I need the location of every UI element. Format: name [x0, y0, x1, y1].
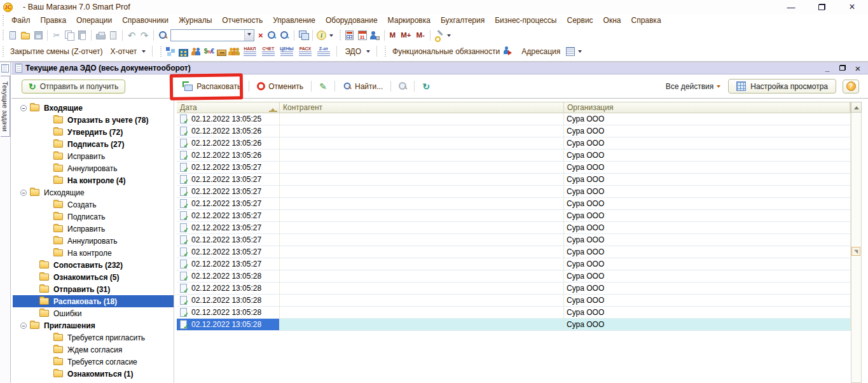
- tree-item[interactable]: Утвердить (72): [13, 126, 174, 138]
- table-row[interactable]: 02.12.2022 13:05:27 Сура ООО: [177, 162, 851, 174]
- menu-item[interactable]: Управление: [268, 15, 320, 26]
- tree-item[interactable]: Создать: [13, 198, 174, 211]
- print-preview-button[interactable]: [107, 29, 120, 41]
- find-button[interactable]: Найти...: [340, 80, 385, 92]
- window-restore-button[interactable]: [839, 64, 846, 73]
- document-shortcut-button[interactable]: НАКЛ: [241, 46, 258, 57]
- column-header-date[interactable]: Дата: [177, 102, 280, 113]
- toolbar-grip[interactable]: [338, 30, 342, 40]
- menu-item[interactable]: Отчетность: [217, 15, 268, 26]
- search-button[interactable]: [156, 29, 169, 41]
- close-button[interactable]: ×: [846, 1, 858, 13]
- paste-button[interactable]: [76, 29, 88, 41]
- memory-m-minus-button[interactable]: M-: [413, 31, 427, 39]
- close-shift-button[interactable]: Закрытие смены (Z-отчет): [6, 46, 106, 57]
- tree-item[interactable]: Входящие: [13, 102, 174, 114]
- memory-m-button[interactable]: M: [387, 31, 399, 39]
- menu-item[interactable]: Окна: [598, 15, 626, 26]
- tree-item[interactable]: Требуется согласие: [13, 356, 174, 368]
- table-row[interactable]: 02.12.2022 13:05:28 Сура ООО: [177, 319, 851, 331]
- menu-item[interactable]: Операции: [71, 15, 117, 26]
- clear-search-button[interactable]: ×: [256, 31, 266, 40]
- find-next-button[interactable]: [266, 29, 279, 41]
- toolbar-grip[interactable]: [1, 15, 5, 25]
- minimize-button[interactable]: —: [785, 3, 797, 12]
- tree-item[interactable]: Подписать: [13, 211, 174, 223]
- restore-button[interactable]: [816, 3, 827, 12]
- service-dropdown-arrow[interactable]: [447, 34, 451, 39]
- info-dropdown-arrow[interactable]: [329, 34, 333, 39]
- user-permissions-button[interactable]: [369, 29, 382, 41]
- send-receive-button[interactable]: ↻ Отправить и получить: [22, 80, 125, 94]
- help-button[interactable]: ?: [843, 80, 859, 94]
- document-shortcut-button[interactable]: РАСХ: [296, 46, 313, 57]
- refresh-button[interactable]: ↻: [420, 80, 432, 93]
- toolbar-grip[interactable]: [1, 46, 5, 57]
- redo-button[interactable]: ↷: [138, 29, 151, 41]
- addressing-dropdown-arrow[interactable]: [578, 50, 582, 55]
- cut-button[interactable]: ✂: [50, 29, 63, 41]
- edit-button[interactable]: ✎: [317, 80, 329, 93]
- tree-item[interactable]: Ошибки: [13, 307, 174, 319]
- search-dropdown-button[interactable]: [244, 30, 254, 41]
- cancel-find-button[interactable]: [396, 80, 409, 93]
- tree-expander-icon[interactable]: [20, 323, 27, 329]
- menu-item[interactable]: Оборудование: [320, 15, 383, 26]
- unpack-button[interactable]: Распаковать: [180, 80, 244, 92]
- tab-current-tasks[interactable]: Текущие задачи: [1, 76, 10, 137]
- tree-item[interactable]: Исходящие: [13, 186, 174, 198]
- tree-item[interactable]: Исправить: [13, 150, 174, 162]
- functional-duties-icon[interactable]: [504, 46, 514, 56]
- current-tasks-icon[interactable]: [1, 64, 9, 73]
- scroll-up-button[interactable]: [851, 102, 862, 113]
- quick-search-input[interactable]: [171, 31, 244, 40]
- menu-item[interactable]: Маркировка: [383, 15, 436, 26]
- new-document-button[interactable]: [6, 29, 19, 41]
- tree-item[interactable]: Распаковать (18): [13, 295, 174, 307]
- calendar-button[interactable]: 31: [356, 29, 369, 41]
- cashbox-button[interactable]: [215, 45, 228, 58]
- document-shortcut-button[interactable]: СЧЕТ: [259, 46, 277, 57]
- tree-expander-icon[interactable]: [20, 105, 27, 111]
- tree-item[interactable]: Сопоставить (232): [13, 259, 174, 271]
- table-row[interactable]: 02.12.2022 13:05:28 Сура ООО: [177, 282, 851, 295]
- menu-item[interactable]: Бухгалтерия: [436, 15, 490, 26]
- table-row[interactable]: 02.12.2022 13:05:27 Сура ООО: [177, 174, 851, 186]
- memory-m-plus-button[interactable]: M+: [398, 31, 413, 39]
- addressing-icon-button[interactable]: [564, 45, 577, 58]
- toolbar-grip[interactable]: [159, 46, 163, 57]
- tree-item[interactable]: Приглашения: [13, 319, 174, 331]
- open-button[interactable]: [19, 29, 32, 41]
- x-report-button[interactable]: X-отчет: [106, 46, 141, 57]
- table-row[interactable]: 02.12.2022 13:05:25 Сура ООО: [177, 113, 851, 125]
- document-shortcut-button[interactable]: ЦЕНЫ: [278, 46, 295, 57]
- reports-dropdown-arrow[interactable]: [142, 50, 146, 55]
- tree-item[interactable]: Подписать (27): [13, 138, 174, 150]
- table-row[interactable]: 02.12.2022 13:05:27 Сура ООО: [177, 210, 851, 222]
- menu-item[interactable]: Файл: [6, 15, 36, 26]
- copy-button[interactable]: [63, 29, 76, 41]
- copy-window-button[interactable]: [297, 29, 310, 41]
- tree-item[interactable]: Требуется пригласить: [13, 331, 174, 344]
- tree-item[interactable]: Ознакомиться (5): [13, 271, 174, 283]
- tree-item[interactable]: Ждем согласия: [13, 344, 174, 356]
- toolbar-grip[interactable]: [383, 46, 387, 57]
- counterparties-button[interactable]: [189, 45, 202, 58]
- tree-item[interactable]: Исправить: [13, 223, 174, 235]
- table-row[interactable]: 02.12.2022 13:05:27 Сура ООО: [177, 186, 851, 198]
- table-row[interactable]: 02.12.2022 13:05:26 Сура ООО: [177, 150, 851, 162]
- addressing-button[interactable]: Адресация: [518, 46, 564, 57]
- table-row[interactable]: 02.12.2022 13:05:27 Сура ООО: [177, 198, 851, 210]
- table-row[interactable]: 02.12.2022 13:05:27 Сура ООО: [177, 234, 851, 246]
- functional-duties-button[interactable]: Функциональные обязанности: [389, 46, 504, 57]
- all-actions-button[interactable]: Все действия: [666, 82, 722, 91]
- menu-item[interactable]: Журналы: [174, 15, 217, 26]
- table-row[interactable]: 02.12.2022 13:05:27 Сура ООО: [177, 246, 851, 258]
- organization-button[interactable]: [177, 45, 189, 58]
- tree-item[interactable]: Аннулировать: [13, 162, 174, 174]
- employees-button[interactable]: [228, 45, 240, 58]
- save-button[interactable]: [32, 29, 45, 41]
- tree-item[interactable]: Отразить в учете (78): [13, 114, 174, 126]
- menu-item[interactable]: Бизнес-процессы: [490, 15, 561, 26]
- money-button[interactable]: $%€: [202, 45, 215, 58]
